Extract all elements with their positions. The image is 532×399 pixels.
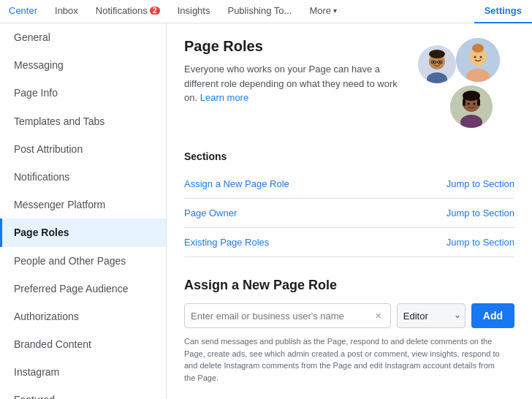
section-row-existing: Existing Page Roles Jump to Section	[184, 228, 514, 257]
svg-rect-20	[463, 99, 466, 106]
jump-link-owner[interactable]: Jump to Section	[446, 208, 514, 218]
section-row-assign: Assign a New Page Role Jump to Section	[184, 170, 514, 199]
page-layout: General Messaging Page Info Templates an…	[0, 23, 532, 399]
sidebar-item-messaging[interactable]: Messaging	[0, 51, 166, 79]
sidebar-item-featured[interactable]: Featured	[0, 386, 166, 399]
svg-point-10	[429, 50, 445, 58]
sidebar-item-post-attribution[interactable]: Post Attribution	[0, 135, 166, 163]
nav-item-publishing[interactable]: Publishing To...	[218, 0, 300, 23]
hero-text: Page Roles Everyone who works on your Pa…	[184, 38, 398, 105]
main-content: Page Roles Everyone who works on your Pa…	[167, 23, 532, 399]
nav-item-inbox[interactable]: Inbox	[46, 0, 87, 23]
avatar-1-illustration	[456, 38, 500, 82]
nav-item-settings[interactable]: Settings	[474, 0, 532, 23]
add-button[interactable]: Add	[471, 303, 514, 328]
page-roles-hero: Page Roles Everyone who works on your Pa…	[184, 38, 514, 133]
sidebar-item-people-other-pages[interactable]: People and Other Pages	[0, 247, 166, 275]
avatar-2	[418, 45, 456, 83]
assign-input-wrapper: ×	[184, 303, 391, 328]
sections-container: Sections Assign a New Page Role Jump to …	[184, 151, 514, 257]
learn-more-link[interactable]: Learn more	[200, 92, 248, 103]
section-link-owner[interactable]: Page Owner	[184, 208, 237, 218]
sidebar-item-authorizations[interactable]: Authorizations	[0, 303, 166, 330]
nav-item-center[interactable]: Center	[0, 0, 46, 23]
avatar-1	[456, 38, 500, 82]
nav-item-more[interactable]: More ▾	[300, 0, 346, 23]
svg-rect-21	[477, 99, 480, 106]
editor-select-wrapper: Editor Admin Moderator Advertiser Analys…	[397, 303, 466, 328]
svg-point-6	[480, 56, 482, 58]
sidebar-item-page-info[interactable]: Page Info	[0, 79, 166, 107]
avatar-3	[450, 86, 493, 128]
section-row-owner: Page Owner Jump to Section	[184, 199, 514, 228]
assign-row: × Editor Admin Moderator Advertiser Anal…	[184, 303, 514, 328]
assign-title: Assign a New Page Role	[184, 278, 514, 293]
svg-point-5	[474, 56, 476, 58]
sidebar-item-instagram[interactable]: Instagram	[0, 358, 166, 386]
jump-link-existing[interactable]: Jump to Section	[446, 237, 514, 248]
svg-point-23	[474, 103, 476, 105]
more-arrow-icon: ▾	[333, 7, 337, 15]
sidebar-item-branded-content[interactable]: Branded Content	[0, 330, 166, 358]
section-link-assign[interactable]: Assign a New Page Role	[184, 178, 289, 189]
avatar-2-illustration	[418, 45, 456, 83]
top-navigation: Center Inbox Notifications 2 Insights Pu…	[0, 0, 532, 23]
role-select[interactable]: Editor Admin Moderator Advertiser Analys…	[397, 303, 466, 328]
notifications-badge: 2	[150, 7, 160, 15]
section-link-existing[interactable]: Existing Page Roles	[184, 237, 269, 248]
sidebar-item-general[interactable]: General	[0, 23, 166, 51]
assign-section: Assign a New Page Role × Editor Admin Mo…	[184, 278, 514, 384]
avatar-3-illustration	[450, 86, 493, 128]
page-title: Page Roles	[184, 38, 398, 55]
sidebar-item-notifications[interactable]: Notifications	[0, 163, 166, 191]
svg-point-4	[474, 44, 482, 51]
svg-point-15	[439, 61, 441, 63]
sidebar-item-messenger-platform[interactable]: Messenger Platform	[0, 191, 166, 218]
assign-description: Can send messages and publish as the Pag…	[184, 335, 506, 384]
hero-avatars	[412, 38, 514, 133]
svg-point-22	[468, 103, 470, 105]
clear-icon[interactable]: ×	[373, 310, 384, 322]
sidebar-item-preferred-audience[interactable]: Preferred Page Audience	[0, 275, 166, 303]
jump-link-assign[interactable]: Jump to Section	[446, 178, 514, 189]
nav-item-insights[interactable]: Insights	[169, 0, 219, 23]
sections-title: Sections	[184, 151, 514, 162]
svg-point-14	[433, 61, 434, 63]
settings-sidebar: General Messaging Page Info Templates an…	[0, 23, 167, 399]
assign-input[interactable]	[191, 311, 373, 322]
hero-description: Everyone who works on your Page can have…	[184, 62, 398, 105]
sidebar-item-page-roles[interactable]: Page Roles	[0, 218, 166, 246]
nav-item-notifications[interactable]: Notifications 2	[87, 0, 169, 23]
sidebar-item-templates-tabs[interactable]: Templates and Tabs	[0, 107, 166, 135]
